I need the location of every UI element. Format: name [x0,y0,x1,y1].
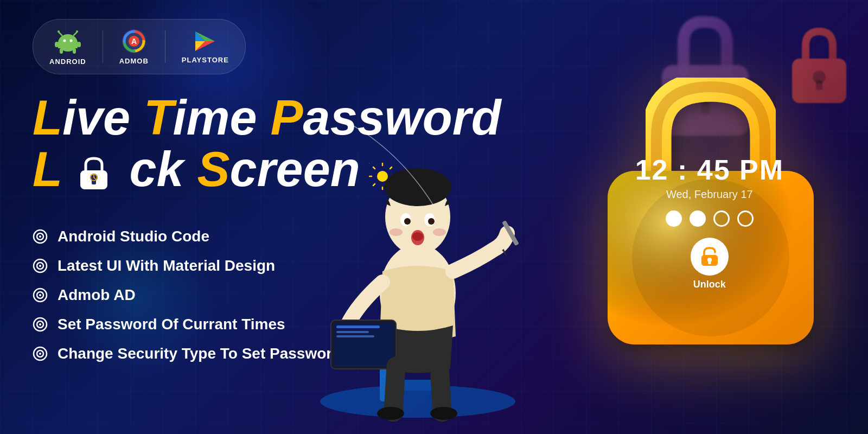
banner: ANDROID A ADMOB [0,0,868,434]
svg-point-38 [39,265,41,267]
divider-2 [165,30,165,63]
svg-rect-14 [60,48,63,54]
unlock-button[interactable]: Unlock [635,238,784,290]
svg-rect-7 [58,42,78,48]
unlock-circle[interactable] [691,238,729,276]
android-label: ANDROID [49,58,86,66]
svg-rect-73 [336,326,380,328]
android-icon [54,28,81,55]
bullet-1 [33,229,48,244]
character-illustration [282,65,553,434]
dot-3 [713,210,730,227]
lock-time-display: 12 : 45 PM Wed, February 17 [635,156,784,290]
svg-rect-74 [336,331,369,333]
svg-rect-85 [708,261,711,264]
svg-rect-72 [334,323,393,366]
feature-text-3: Admob AD [58,286,136,304]
svg-rect-15 [73,48,76,54]
svg-rect-17 [77,42,81,47]
bullet-3 [33,288,48,303]
date-text: Wed, February 17 [635,188,784,201]
android-badge: ANDROID [49,28,86,66]
svg-point-62 [384,168,451,206]
admob-badge: A ADMOB [119,28,149,65]
svg-point-66 [428,218,435,225]
svg-line-10 [74,32,77,35]
lock-icon-inline [75,154,113,192]
svg-point-70 [433,228,446,236]
unlock-icon [699,246,720,267]
svg-point-41 [39,294,41,296]
playstore-label: PLAYSTORE [182,56,229,64]
svg-point-11 [76,30,78,33]
unlock-label: Unlock [693,279,726,290]
svg-point-35 [39,235,41,238]
dot-2 [690,210,706,227]
svg-rect-75 [336,335,374,337]
admob-icon: A [121,28,147,54]
bullet-4 [33,317,48,332]
svg-point-79 [430,407,457,420]
badges-container: ANDROID A ADMOB [33,19,246,74]
time-text: 12 : 45 PM [635,156,784,184]
svg-point-13 [69,40,72,42]
padlock-container: 12 : 45 PM Wed, February 17 [580,65,841,369]
dot-4 [737,210,754,227]
bullet-5 [33,346,48,361]
svg-point-44 [39,323,41,326]
divider-1 [103,30,103,63]
svg-point-68 [412,232,423,241]
svg-point-65 [404,218,411,225]
pin-dots [635,210,784,227]
feature-text-1: Android Studio Code [58,228,209,245]
svg-line-8 [59,32,62,35]
dot-1 [666,210,682,227]
feature-text-4: Set Password Of Currant Times [58,316,285,333]
playstore-icon [193,29,217,53]
svg-point-69 [390,228,403,236]
svg-point-78 [377,407,404,420]
svg-point-47 [39,353,41,355]
bullet-2 [33,258,48,273]
playstore-badge: PLAYSTORE [182,29,229,64]
svg-point-12 [63,40,66,42]
feature-text-2: Latest UI With Material Design [58,257,275,275]
svg-rect-16 [55,42,59,47]
admob-label: ADMOB [119,57,149,65]
svg-text:A: A [131,37,137,46]
svg-point-9 [58,30,60,33]
